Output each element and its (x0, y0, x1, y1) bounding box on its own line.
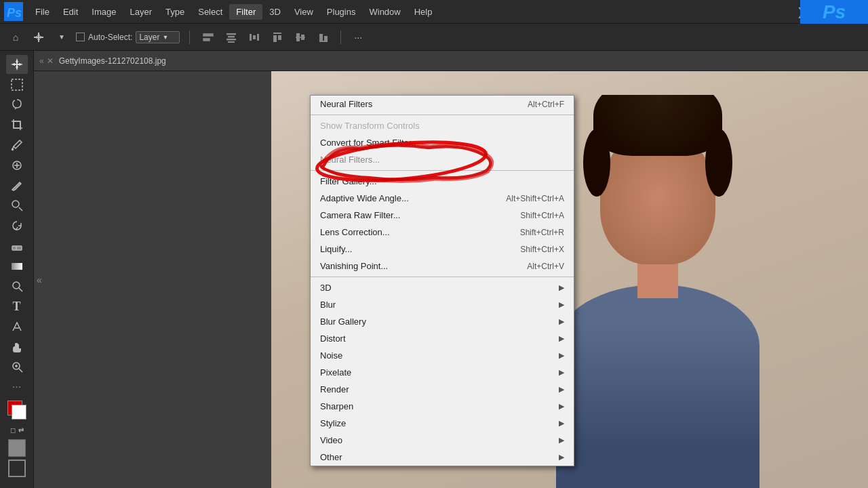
canvas-area: « ✕ GettyImages-1212702108.jpg « (34, 51, 868, 488)
eyedropper-tool-icon[interactable] (6, 136, 28, 155)
lasso-tool-icon[interactable] (6, 96, 28, 115)
svg-rect-34 (12, 246, 22, 250)
menu-type[interactable]: Type (159, 4, 191, 20)
svg-rect-9 (228, 36, 235, 38)
filter-neural-filters[interactable]: Neural Filters Alt+Ctrl+F (311, 96, 574, 113)
screen-mode-icon[interactable] (8, 460, 26, 477)
filter-render[interactable]: Render ▶ (311, 381, 574, 398)
clone-stamp-icon[interactable] (6, 196, 28, 215)
selection-tool-icon[interactable] (6, 75, 28, 94)
left-tools-panel: T ··· (0, 51, 34, 488)
menu-image[interactable]: Image (85, 4, 123, 20)
svg-rect-7 (203, 39, 210, 41)
more-tools-icon[interactable]: ··· (6, 378, 28, 396)
swap-colors-icon[interactable]: ⇄ (18, 426, 24, 434)
svg-rect-12 (250, 34, 252, 41)
gradient-tool-icon[interactable] (6, 257, 28, 276)
align-bottom-icon[interactable] (315, 28, 332, 46)
tab-chevron-icon[interactable]: « (39, 56, 44, 66)
filter-sharpen[interactable]: Sharpen ▶ (311, 398, 574, 415)
more-options-icon[interactable]: ··· (349, 28, 367, 46)
toolbar-divider (189, 30, 190, 44)
path-selection-icon[interactable] (6, 317, 28, 336)
menu-plugins[interactable]: Plugins (320, 4, 363, 20)
align-top-icon[interactable] (269, 28, 286, 46)
auto-select-dropdown[interactable]: Layer ▼ (136, 31, 180, 43)
filter-convert-smart[interactable]: Convert for Smart Filters (311, 134, 574, 151)
eraser-tool-icon[interactable] (6, 237, 28, 256)
ps-logo-brand: Ps (800, 0, 868, 24)
svg-rect-10 (226, 39, 236, 41)
menu-window[interactable]: Window (362, 4, 407, 20)
menu-3d[interactable]: 3D (262, 4, 288, 20)
menu-divider-1 (311, 115, 574, 115)
background-color-swatch[interactable] (12, 405, 26, 420)
text-tool-icon[interactable]: T (6, 297, 28, 316)
distribute-icon[interactable] (245, 28, 263, 46)
menu-filter[interactable]: Filter (229, 4, 262, 20)
swatch-wrapper (5, 398, 29, 422)
filter-stylize[interactable]: Stylize ▶ (311, 415, 574, 432)
svg-line-38 (19, 288, 22, 291)
menu-help[interactable]: Help (408, 4, 439, 20)
filter-gallery[interactable]: Filter Gallery... (311, 173, 574, 190)
filter-liquify[interactable]: Liquify... Shift+Ctrl+X (311, 241, 574, 258)
svg-rect-25 (12, 79, 22, 90)
svg-rect-16 (273, 35, 277, 42)
align-center-icon[interactable] (222, 28, 240, 46)
filter-noise[interactable]: Noise ▶ (311, 347, 574, 364)
filter-blur-gallery[interactable]: Blur Gallery ▶ (311, 313, 574, 330)
menu-layer[interactable]: Layer (123, 4, 159, 20)
filter-other[interactable]: Other ▶ (311, 449, 574, 466)
filter-camera-raw[interactable]: Camera Raw Filter... Shift+Ctrl+A (311, 207, 574, 224)
menu-file[interactable]: File (28, 4, 56, 20)
filter-neural-filters-2[interactable]: Neural Filters... (311, 151, 574, 168)
hand-tool-icon[interactable] (6, 338, 28, 357)
svg-rect-21 (319, 41, 328, 42)
dropdown-chevron-icon[interactable]: ▼ (53, 28, 71, 46)
quick-mask-icon[interactable] (8, 439, 26, 457)
menu-edit[interactable]: Edit (56, 4, 85, 20)
menu-bar: Ps File Edit Image Layer Type Select Fil… (0, 0, 868, 24)
default-colors-icon[interactable]: ◻ (10, 426, 16, 434)
options-toolbar: ⌂ ▼ Auto-Select: Layer ▼ (0, 24, 868, 51)
auto-select-group: Auto-Select: Layer ▼ (76, 31, 180, 43)
left-panel-toggle[interactable]: « (34, 272, 45, 288)
svg-line-41 (19, 369, 22, 372)
svg-point-29 (12, 148, 13, 150)
svg-rect-11 (228, 41, 235, 43)
history-brush-icon[interactable] (6, 216, 28, 235)
color-swatches: ◻ ⇄ (5, 398, 29, 484)
canvas-content: « Neural Filters (34, 71, 868, 488)
svg-point-37 (13, 282, 20, 289)
healing-tool-icon[interactable] (6, 156, 28, 175)
svg-rect-13 (257, 34, 259, 41)
align-middle-icon[interactable] (292, 28, 309, 46)
filter-3d[interactable]: 3D ▶ (311, 279, 574, 296)
filter-lens-correction[interactable]: Lens Correction... Shift+Ctrl+R (311, 224, 574, 241)
filter-blur[interactable]: Blur ▶ (311, 296, 574, 313)
move-tool-icon[interactable] (6, 55, 28, 74)
menu-view[interactable]: View (288, 4, 320, 20)
svg-rect-22 (319, 34, 323, 41)
tab-close-icon[interactable]: ✕ (47, 56, 54, 66)
brush-tool-icon[interactable] (6, 176, 28, 195)
zoom-tool-icon[interactable] (6, 357, 28, 376)
filter-vanishing-point[interactable]: Vanishing Point... Alt+Ctrl+V (311, 258, 574, 274)
menu-divider-3 (311, 277, 574, 277)
move-tool-btn[interactable] (30, 28, 47, 46)
filter-pixelate[interactable]: Pixelate ▶ (311, 364, 574, 381)
align-left-icon[interactable] (199, 28, 217, 46)
home-icon[interactable]: ⌂ (7, 28, 24, 46)
svg-rect-8 (226, 33, 236, 35)
magnifier-tool-icon[interactable] (6, 277, 28, 296)
tab-title: GettyImages-1212702108.jpg (59, 56, 166, 66)
filter-show-transform[interactable]: Show Transform Controls (311, 117, 574, 134)
menu-select[interactable]: Select (191, 4, 229, 20)
auto-select-checkbox[interactable] (76, 33, 85, 41)
filter-adaptive-wide[interactable]: Adaptive Wide Angle... Alt+Shift+Ctrl+A (311, 190, 574, 207)
auto-select-label: Auto-Select: (88, 33, 132, 42)
filter-distort[interactable]: Distort ▶ (311, 330, 574, 347)
filter-video[interactable]: Video ▶ (311, 432, 574, 449)
crop-tool-icon[interactable] (6, 115, 28, 134)
